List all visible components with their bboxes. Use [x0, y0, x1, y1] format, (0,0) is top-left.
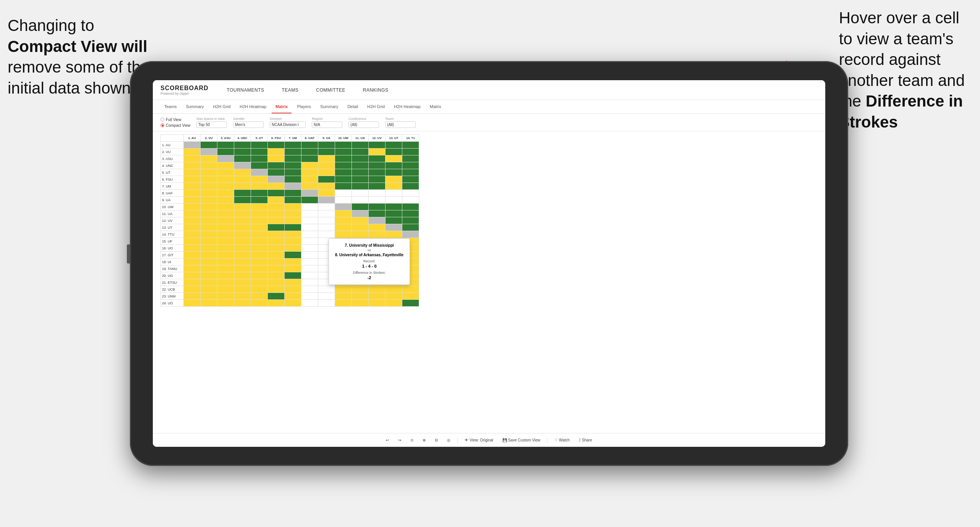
view-original-button[interactable]: 👁 View: Original [462, 437, 496, 443]
matrix-cell[interactable] [369, 217, 386, 224]
matrix-cell[interactable] [234, 210, 251, 217]
matrix-cell[interactable] [217, 155, 234, 162]
nav-teams[interactable]: TEAMS [279, 86, 302, 94]
matrix-cell[interactable] [369, 224, 386, 231]
matrix-cell[interactable] [335, 204, 352, 210]
toolbar-icon3[interactable]: ⊟ [432, 437, 440, 443]
matrix-cell[interactable] [352, 300, 369, 307]
matrix-cell[interactable] [335, 210, 352, 217]
matrix-cell[interactable] [217, 300, 234, 307]
matrix-cell[interactable] [268, 190, 285, 197]
matrix-cell[interactable] [234, 204, 251, 210]
subnav-detail[interactable]: Detail [343, 100, 362, 113]
matrix-cell[interactable] [402, 300, 419, 307]
matrix-cell[interactable] [285, 190, 301, 197]
matrix-cell[interactable] [369, 142, 386, 149]
matrix-cell[interactable] [352, 217, 369, 224]
matrix-cell[interactable] [402, 142, 419, 149]
matrix-cell[interactable] [201, 204, 217, 210]
matrix-cell[interactable] [386, 169, 402, 176]
subnav-summary2[interactable]: Summary [316, 100, 342, 113]
matrix-cell[interactable] [352, 197, 369, 204]
matrix-cell[interactable] [268, 217, 285, 224]
matrix-cell[interactable] [184, 272, 201, 279]
matrix-cell[interactable] [184, 176, 201, 183]
matrix-cell[interactable] [352, 190, 369, 197]
matrix-cell[interactable] [217, 272, 234, 279]
matrix-cell[interactable] [184, 224, 201, 231]
matrix-cell[interactable] [335, 183, 352, 190]
matrix-cell[interactable] [184, 265, 201, 272]
matrix-cell[interactable] [369, 197, 386, 204]
subnav-h2h-grid2[interactable]: H2H Grid [363, 100, 389, 113]
division-select[interactable]: NCAA Division I [270, 121, 306, 128]
matrix-cell[interactable] [386, 197, 402, 204]
matrix-cell[interactable] [285, 155, 301, 162]
matrix-cell[interactable] [369, 162, 386, 169]
matrix-cell[interactable] [234, 245, 251, 252]
matrix-cell[interactable] [217, 176, 234, 183]
matrix-cell[interactable] [184, 259, 201, 265]
matrix-cell[interactable] [386, 300, 402, 307]
matrix-cell[interactable] [217, 204, 234, 210]
matrix-cell[interactable] [234, 169, 251, 176]
matrix-cell[interactable] [251, 210, 268, 217]
matrix-cell[interactable] [234, 183, 251, 190]
matrix-cell[interactable] [301, 149, 318, 155]
matrix-cell[interactable] [402, 176, 419, 183]
matrix-cell[interactable] [335, 224, 352, 231]
matrix-cell[interactable] [369, 210, 386, 217]
matrix-cell[interactable] [402, 197, 419, 204]
matrix-cell[interactable] [386, 142, 402, 149]
matrix-cell[interactable] [285, 286, 301, 293]
matrix-cell[interactable] [217, 286, 234, 293]
subnav-players[interactable]: Players [293, 100, 315, 113]
matrix-cell[interactable] [268, 142, 285, 149]
matrix-cell[interactable] [335, 231, 352, 238]
matrix-cell[interactable] [318, 286, 335, 293]
matrix-cell[interactable] [318, 149, 335, 155]
matrix-cell[interactable] [335, 162, 352, 169]
matrix-cell[interactable] [217, 169, 234, 176]
matrix-cell[interactable] [251, 272, 268, 279]
matrix-cell[interactable] [201, 176, 217, 183]
matrix-cell[interactable] [217, 279, 234, 286]
matrix-cell[interactable] [184, 142, 201, 149]
matrix-cell[interactable] [251, 300, 268, 307]
matrix-cell[interactable] [386, 231, 402, 238]
compact-view-option[interactable]: Compact View [160, 123, 190, 128]
matrix-cell[interactable] [184, 204, 201, 210]
matrix-cell[interactable] [301, 162, 318, 169]
matrix-cell[interactable] [268, 204, 285, 210]
matrix-cell[interactable] [251, 238, 268, 245]
matrix-cell[interactable] [318, 224, 335, 231]
matrix-cell[interactable] [217, 252, 234, 259]
matrix-cell[interactable] [285, 300, 301, 307]
matrix-content[interactable]: 1. AU 2. VU 3. ASU 4. UNC 5. UT 6. FSU 7… [153, 131, 825, 433]
matrix-cell[interactable] [251, 197, 268, 204]
matrix-cell[interactable] [352, 204, 369, 210]
matrix-cell[interactable] [201, 162, 217, 169]
matrix-cell[interactable] [318, 217, 335, 224]
subnav-matrix2[interactable]: Matrix [426, 100, 445, 113]
matrix-cell[interactable] [201, 217, 217, 224]
matrix-cell[interactable] [301, 265, 318, 272]
matrix-cell[interactable] [217, 142, 234, 149]
matrix-cell[interactable] [318, 204, 335, 210]
matrix-cell[interactable] [301, 169, 318, 176]
matrix-cell[interactable] [251, 231, 268, 238]
matrix-cell[interactable] [369, 176, 386, 183]
matrix-cell[interactable] [234, 259, 251, 265]
matrix-cell[interactable] [268, 149, 285, 155]
matrix-cell[interactable] [251, 259, 268, 265]
matrix-cell[interactable] [268, 210, 285, 217]
matrix-cell[interactable] [352, 183, 369, 190]
matrix-cell[interactable] [352, 176, 369, 183]
matrix-cell[interactable] [201, 224, 217, 231]
matrix-cell[interactable] [301, 279, 318, 286]
matrix-cell[interactable] [217, 231, 234, 238]
matrix-cell[interactable] [251, 279, 268, 286]
matrix-cell[interactable] [268, 245, 285, 252]
matrix-cell[interactable] [318, 210, 335, 217]
matrix-cell[interactable] [285, 149, 301, 155]
